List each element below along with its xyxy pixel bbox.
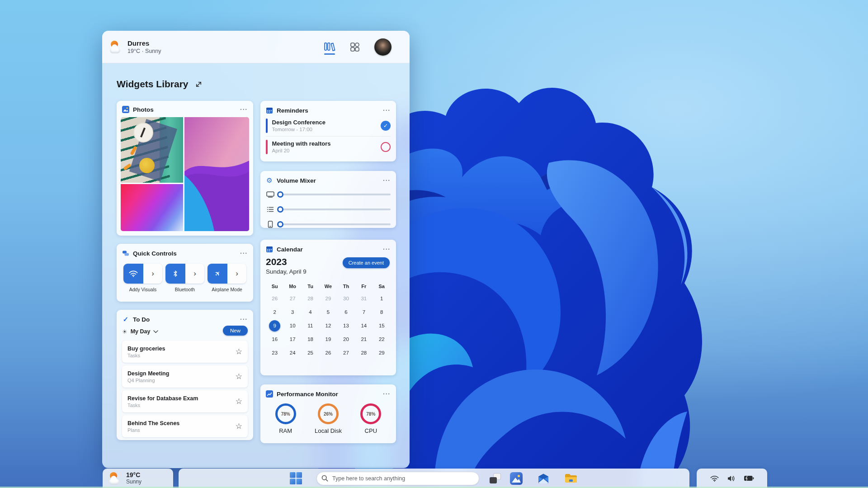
bluetooth-toggle-button[interactable] [165, 264, 185, 284]
more-options-button[interactable]: ··· [240, 107, 248, 112]
day-cell[interactable]: 26 [266, 292, 283, 305]
day-cell[interactable]: 25 [302, 346, 319, 360]
task-item[interactable]: Revise for Database Exam Tasks ☆ [122, 390, 248, 412]
airplane-toggle-button[interactable]: ✈ [208, 264, 227, 284]
day-cell[interactable]: 30 [337, 292, 355, 305]
day-cell[interactable]: 29 [373, 346, 391, 360]
day-cell[interactable]: 22 [373, 332, 391, 346]
photo-thumbnail[interactable] [121, 117, 183, 183]
day-cell[interactable]: 5 [319, 305, 337, 319]
start-button[interactable] [290, 472, 302, 484]
wifi-toggle-button[interactable] [123, 264, 143, 284]
search-input[interactable] [316, 472, 479, 485]
star-icon[interactable]: ☆ [236, 347, 242, 356]
widget-title: Quick Controls [133, 250, 236, 257]
task-item[interactable]: Behind The Scenes Plans ☆ [122, 415, 248, 437]
day-cell[interactable]: 28 [355, 346, 373, 360]
todo-list-selector[interactable]: My Day [131, 328, 151, 335]
new-task-button[interactable]: New [223, 326, 248, 336]
day-cell[interactable]: 12 [319, 319, 337, 332]
star-icon[interactable]: ☆ [236, 372, 242, 381]
more-options-button[interactable]: ··· [240, 317, 248, 322]
weather-condition: 19°C · Sunny [127, 47, 161, 55]
day-cell[interactable]: 11 [302, 319, 319, 332]
reminder-item[interactable]: Meeting with realtors April 20 [266, 136, 391, 157]
more-options-button[interactable]: ··· [383, 108, 391, 113]
system-tray[interactable] [697, 469, 767, 488]
metric-label: Local Disk [315, 427, 342, 434]
user-avatar[interactable] [374, 38, 392, 56]
quick-control-airplane: ✈ › Airplane Mode [207, 264, 247, 292]
bluetooth-expand-button[interactable]: › [185, 264, 204, 284]
day-cell[interactable]: 10 [283, 319, 301, 332]
widgets-panel-header: Durres 19°C · Sunny [102, 31, 410, 63]
task-view-button[interactable] [488, 472, 502, 485]
tab-widgets-board[interactable] [348, 39, 362, 55]
more-options-button[interactable]: ··· [240, 251, 248, 256]
photo-thumbnail[interactable] [121, 184, 183, 231]
day-cell[interactable]: 13 [337, 319, 355, 332]
metric-value: 26% [324, 412, 333, 417]
day-cell[interactable]: 27 [337, 346, 355, 360]
laptop-icon [266, 191, 275, 198]
task-item[interactable]: Design Meeting Q4 Planning ☆ [122, 365, 248, 388]
reminder-title: Design Conference [272, 118, 377, 126]
volume-slider[interactable] [280, 208, 391, 210]
tab-widgets-library[interactable] [323, 39, 336, 55]
airplane-expand-button[interactable]: › [227, 264, 246, 284]
day-cell-selected[interactable]: 9 [266, 319, 283, 332]
day-cell[interactable]: 23 [266, 346, 283, 360]
reminder-open-checkbox[interactable] [381, 142, 391, 152]
day-cell[interactable]: 29 [319, 292, 337, 305]
photo-thumbnail[interactable] [184, 117, 249, 231]
taskbar-weather-widget[interactable]: 19°C Sunny [103, 469, 173, 488]
mail-app-button[interactable] [537, 472, 550, 485]
day-cell[interactable]: 4 [302, 305, 319, 319]
day-cell[interactable]: 15 [373, 319, 391, 332]
reminder-item[interactable]: Design Conference Tomorrow - 17:00 ✓ [266, 115, 391, 136]
reminder-done-checkbox[interactable]: ✓ [381, 121, 391, 131]
taskbar [179, 469, 689, 488]
more-options-button[interactable]: ··· [383, 247, 391, 251]
day-cell[interactable]: 20 [337, 332, 355, 346]
day-cell[interactable]: 21 [355, 332, 373, 346]
wifi-expand-button[interactable]: › [143, 264, 162, 284]
task-list: Q4 Planning [127, 377, 236, 384]
day-cell[interactable]: 24 [283, 346, 301, 360]
day-cell[interactable]: 3 [283, 305, 301, 319]
star-icon[interactable]: ☆ [236, 422, 242, 431]
day-cell[interactable]: 19 [319, 332, 337, 346]
star-icon[interactable]: ☆ [236, 397, 242, 406]
day-cell[interactable]: 26 [319, 346, 337, 360]
slider-thumb[interactable] [277, 221, 283, 227]
day-cell[interactable]: 16 [266, 332, 283, 346]
explorer-app-button[interactable] [564, 472, 578, 485]
photos-app-button[interactable] [509, 472, 523, 485]
reminder-time: Tomorrow - 17:00 [272, 126, 377, 133]
day-cell[interactable]: 1 [373, 292, 391, 305]
day-cell[interactable]: 27 [283, 292, 301, 305]
widget-title: Performance Monitor [277, 391, 379, 398]
day-cell[interactable]: 8 [373, 305, 391, 319]
slider-thumb[interactable] [277, 206, 283, 213]
slider-thumb[interactable] [277, 191, 283, 198]
day-cell[interactable]: 6 [337, 305, 355, 319]
widgets-panel: Durres 19°C · Sunny [102, 31, 410, 468]
calendar-date-label: Sunday, April 9 [266, 267, 391, 276]
weather-summary-button[interactable]: Durres 19°C · Sunny [109, 39, 200, 55]
more-options-button[interactable]: ··· [383, 178, 391, 183]
day-cell[interactable]: 28 [302, 292, 319, 305]
day-cell[interactable]: 31 [355, 292, 373, 305]
day-cell[interactable]: 7 [355, 305, 373, 319]
chevron-down-icon[interactable] [153, 330, 158, 333]
day-cell[interactable]: 2 [266, 305, 283, 319]
day-cell[interactable]: 17 [283, 332, 301, 346]
day-cell[interactable]: 18 [302, 332, 319, 346]
create-event-button[interactable]: Create an event [343, 257, 390, 268]
volume-slider[interactable] [280, 194, 391, 195]
task-item[interactable]: Buy groceries Tasks ☆ [122, 341, 248, 363]
volume-slider[interactable] [280, 223, 391, 225]
expand-icon[interactable] [195, 81, 203, 88]
more-options-button[interactable]: ··· [383, 392, 391, 396]
day-cell[interactable]: 14 [355, 319, 373, 332]
